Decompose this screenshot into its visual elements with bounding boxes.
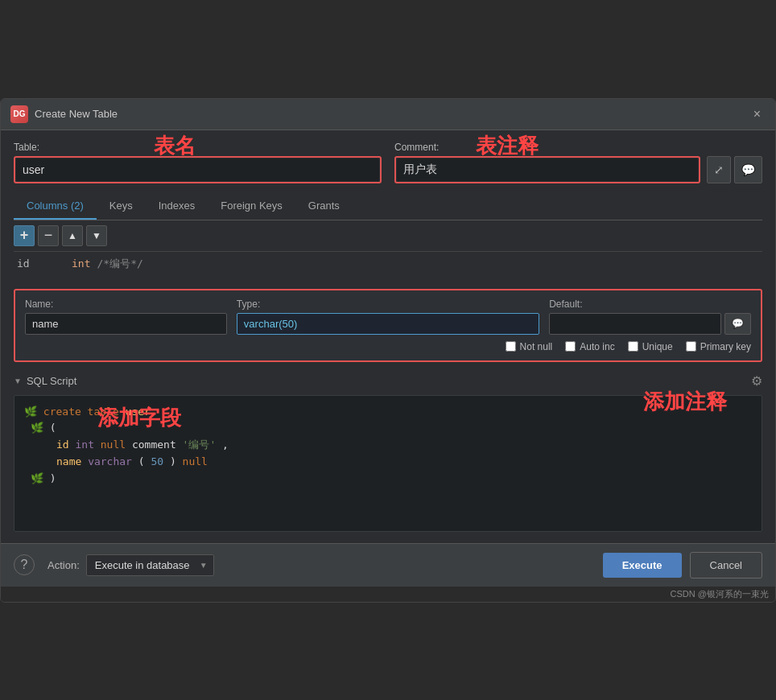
remove-column-button[interactable]: − <box>38 225 59 246</box>
field-default-note-button[interactable]: 💬 <box>724 313 751 335</box>
sql-expand-arrow[interactable]: ▼ <box>14 377 22 385</box>
move-up-button[interactable]: ▲ <box>62 225 83 246</box>
sql-line-2: 🌿 ( <box>24 420 752 437</box>
dialog-title: Create New Table <box>35 108 118 120</box>
add-column-button[interactable]: + <box>14 225 35 246</box>
col-name-id: id <box>17 257 65 270</box>
primary-key-checkbox[interactable] <box>686 341 696 352</box>
field-name-group: Name: <box>25 299 227 335</box>
watermark: CSDN @银河系的一束光 <box>1 587 775 602</box>
move-down-button[interactable]: ▼ <box>86 225 107 246</box>
col-comment-id: /*编号*/ <box>97 257 142 271</box>
tab-indexes[interactable]: Indexes <box>146 193 208 220</box>
sql-line-3: id int null comment '编号' , <box>56 437 752 454</box>
action-select-wrap: Execute in database Generate SQL script … <box>86 554 214 576</box>
comment-input[interactable] <box>397 159 698 181</box>
field-type-label: Type: <box>237 299 539 310</box>
column-list: id int /*编号*/ <box>14 252 762 284</box>
field-editor: Name: Type: Default: 💬 <box>14 289 762 362</box>
table-label: Table: <box>14 142 382 153</box>
dialog-body: 表名 表注释 Table: Comment: <box>1 130 775 543</box>
table-group: Table: <box>14 142 382 183</box>
help-button[interactable]: ? <box>14 554 35 575</box>
comment-group: Comment: ⤢ 💬 <box>394 142 762 183</box>
not-null-checkbox[interactable] <box>506 341 516 352</box>
primary-key-group: Primary key <box>686 341 751 352</box>
field-editor-row2: Not null Auto inc Unique Primary key <box>25 341 751 352</box>
not-null-label: Not null <box>520 341 553 352</box>
auto-inc-group: Auto inc <box>565 341 614 352</box>
unique-checkbox[interactable] <box>628 341 638 352</box>
comment-row: ⤢ 💬 <box>394 156 762 183</box>
column-row-id[interactable]: id int /*编号*/ <box>14 255 762 273</box>
not-null-group: Not null <box>506 341 553 352</box>
close-button[interactable]: × <box>749 105 766 123</box>
primary-key-label: Primary key <box>700 341 751 352</box>
comment-note-button[interactable]: 💬 <box>734 156 762 183</box>
tab-grants[interactable]: Grants <box>295 193 353 220</box>
field-editor-row1: Name: Type: Default: 💬 <box>25 299 751 335</box>
create-table-dialog: DG Create New Table × 表名 表注释 Table: Comm… <box>0 98 776 603</box>
title-bar: DG Create New Table × <box>1 99 775 130</box>
tab-keys[interactable]: Keys <box>97 193 146 220</box>
bottom-bar: ? Action: Execute in database Generate S… <box>1 543 775 587</box>
cancel-button[interactable]: Cancel <box>690 552 762 579</box>
field-default-input[interactable] <box>549 313 721 335</box>
tabs-bar: Columns (2) Keys Indexes Foreign Keys Gr… <box>14 193 762 220</box>
comment-label: Comment: <box>394 142 762 153</box>
auto-inc-label: Auto inc <box>580 341 614 352</box>
columns-toolbar: + − ▲ ▼ <box>14 220 762 252</box>
unique-label: Unique <box>642 341 673 352</box>
field-default-group: Default: 💬 <box>549 299 751 335</box>
sql-header: ▼ SQL Script ⚙ <box>14 370 762 392</box>
sql-editor: 🌿 create table user 🌿 ( id int null comm… <box>14 395 762 532</box>
field-name-input[interactable] <box>25 313 227 335</box>
app-icon: DG <box>10 105 28 123</box>
field-default-label: Default: <box>549 299 751 310</box>
sql-line-4: name varchar ( 50 ) null <box>56 454 752 471</box>
field-name-label: Name: <box>25 299 227 310</box>
gear-icon[interactable]: ⚙ <box>751 373 762 389</box>
sql-line-5: 🌿 ) <box>24 471 752 488</box>
form-row: Table: Comment: ⤢ 💬 <box>14 142 762 183</box>
table-name-input[interactable] <box>16 159 379 181</box>
field-type-input[interactable] <box>237 313 539 335</box>
tab-columns[interactable]: Columns (2) <box>14 193 97 220</box>
col-type-id: int <box>72 257 90 270</box>
button-row: Execute Cancel <box>603 552 762 579</box>
action-select[interactable]: Execute in database Generate SQL script <box>86 554 214 576</box>
sql-title: SQL Script <box>27 375 76 387</box>
tab-foreign-keys[interactable]: Foreign Keys <box>208 193 295 220</box>
auto-inc-checkbox[interactable] <box>565 341 576 352</box>
unique-group: Unique <box>628 341 673 352</box>
sql-line-1: 🌿 create table user <box>24 404 752 421</box>
execute-button[interactable]: Execute <box>603 553 682 578</box>
field-type-group: Type: <box>237 299 539 335</box>
sql-section: ▼ SQL Script ⚙ 🌿 create table user 🌿 ( i… <box>14 370 762 532</box>
action-label: Action: <box>47 559 80 571</box>
comment-expand-button[interactable]: ⤢ <box>707 156 731 183</box>
title-bar-left: DG Create New Table <box>10 105 118 123</box>
action-row: Action: Execute in database Generate SQL… <box>47 554 214 576</box>
